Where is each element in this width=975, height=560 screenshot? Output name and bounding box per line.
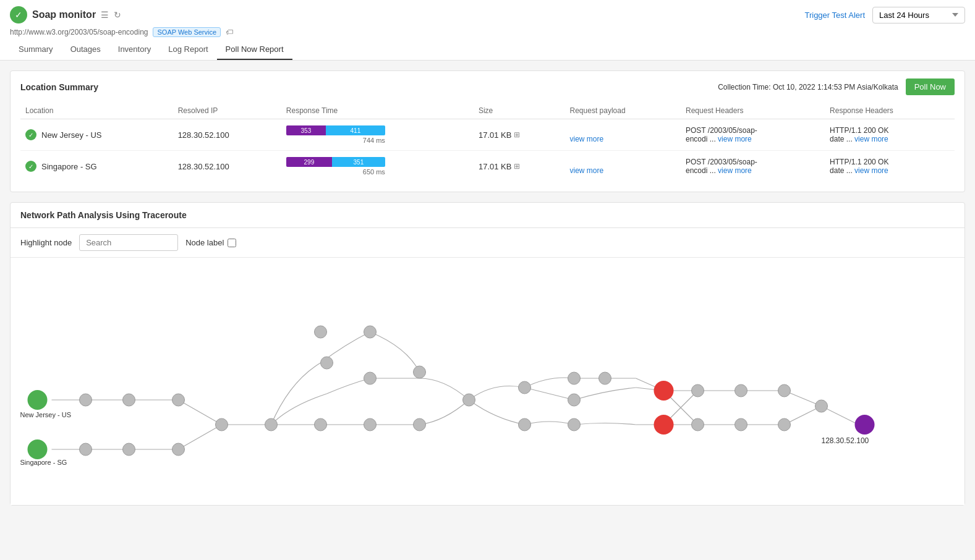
request-headers-cell-0: POST /2003/05/soap-encodi ... view more [681, 119, 825, 151]
node-right-3 [778, 384, 791, 397]
request-headers-view-more-0[interactable]: view more [718, 135, 752, 143]
tab-log-report[interactable]: Log Report [160, 40, 216, 60]
size-icon-1: ⊞ [514, 162, 520, 171]
header-left: ✓ Soap monitor ☰ ↻ [10, 6, 121, 23]
svg-line-7 [179, 425, 222, 449]
node-wave-3 [519, 418, 531, 431]
url-bar: http://www.w3.org/2003/05/soap-encoding … [10, 27, 965, 37]
red-node-2 [654, 415, 674, 435]
node-lower-2 [364, 418, 377, 431]
node-mid-1 [364, 372, 377, 384]
request-payload-cell-1: view more [565, 151, 681, 182]
col-size: Size [474, 103, 565, 119]
node-right-1 [735, 384, 747, 397]
menu-icon[interactable]: ☰ [101, 10, 109, 20]
location-name-1: Singapore - SG [41, 162, 97, 171]
header-icons: ☰ ↻ [101, 10, 121, 20]
nj-label: New Jersey - US [20, 411, 72, 418]
location-cell-1: ✓ Singapore - SG [20, 151, 173, 182]
response-headers-cell-0: HTTP/1.1 200 OKdate ... view more [825, 119, 955, 151]
location-table: Location Resolved IP Response Time Size … [20, 103, 955, 182]
response-time-cell-0: 353 411 744 ms [281, 119, 474, 151]
response-headers-view-more-0[interactable]: view more [854, 135, 888, 143]
node-label-wrap: Node label [185, 238, 236, 247]
col-request-payload: Request payload [565, 103, 681, 119]
response-headers-cell-1: HTTP/1.1 200 OKdate ... view more [825, 151, 955, 182]
tab-poll-now-report[interactable]: Poll Now Report [217, 40, 292, 60]
sg-label: Singapore - SG [20, 459, 67, 466]
nj-source-node [28, 390, 48, 410]
section-header: Location Summary Collection Time: Oct 10… [11, 71, 964, 103]
tag-icon: 🏷 [226, 28, 233, 36]
node-conv-2 [414, 418, 426, 431]
graph-area: New Jersey - US Singapore - SG [11, 258, 964, 505]
tab-summary[interactable]: Summary [10, 40, 62, 60]
tab-inventory[interactable]: Inventory [109, 40, 160, 60]
node-right-2 [735, 418, 747, 431]
network-toolbar: Highlight node Node label [11, 228, 964, 258]
search-input[interactable] [79, 234, 178, 251]
node-pre-red-2 [568, 394, 581, 406]
request-headers-view-more-1[interactable]: view more [718, 166, 752, 175]
content: Location Summary Collection Time: Oct 10… [0, 61, 975, 515]
table-wrap: Location Resolved IP Response Time Size … [11, 103, 964, 192]
location-summary-section: Location Summary Collection Time: Oct 10… [10, 70, 965, 192]
col-resolved-ip: Resolved IP [173, 103, 281, 119]
response-time-value-1: 650 ms [286, 168, 385, 176]
destination-node [855, 415, 875, 435]
request-payload-view-more-0[interactable]: view more [570, 135, 604, 143]
monitor-status-icon: ✓ [10, 6, 27, 23]
node-pre-red-1 [568, 372, 581, 384]
size-value-0: 17.01 KB [479, 130, 512, 140]
col-location: Location [20, 103, 173, 119]
status-icon-1: ✓ [25, 161, 36, 172]
header: ✓ Soap monitor ☰ ↻ Trigger Test Alert La… [0, 0, 975, 61]
network-path-section: Network Path Analysis Using Traceroute H… [10, 202, 965, 506]
node-nj-2 [123, 394, 135, 406]
trigger-test-alert-link[interactable]: Trigger Test Alert [804, 11, 865, 20]
collection-time-value: Oct 10, 2022 1:14:53 PM Asia/Kolkata [773, 83, 898, 91]
size-icon-0: ⊞ [514, 130, 520, 139]
tab-outages[interactable]: Outages [62, 40, 109, 60]
node-sg-1 [80, 443, 92, 456]
size-value-1: 17.01 KB [479, 162, 512, 171]
resolved-ip-cell-1: 128.30.52.100 [173, 151, 281, 182]
network-path-title: Network Path Analysis Using Traceroute [11, 203, 964, 228]
node-merge-dest [815, 400, 828, 412]
response-headers-view-more-1[interactable]: view more [854, 166, 888, 175]
soap-tag[interactable]: SOAP Web Service [153, 27, 221, 37]
node-upper-3 [364, 326, 377, 338]
node-upper-1 [315, 326, 327, 338]
header-right: Trigger Test Alert Last 24 Hours Last 7 … [804, 7, 965, 23]
destination-label: 128.30.52.100 [822, 436, 869, 445]
header-top: ✓ Soap monitor ☰ ↻ Trigger Test Alert La… [10, 6, 965, 23]
node-sg-2 [123, 443, 135, 456]
node-pre-red-3 [568, 418, 581, 431]
request-payload-view-more-1[interactable]: view more [570, 166, 604, 175]
node-post-red-2 [692, 418, 704, 431]
location-name-0: New Jersey - US [41, 130, 102, 140]
node-right-4 [778, 418, 791, 431]
red-node-1 [654, 381, 674, 401]
svg-line-6 [179, 400, 222, 425]
request-headers-cell-1: POST /2003/05/soap-encodi ... view more [681, 151, 825, 182]
poll-now-button[interactable]: Poll Now [906, 78, 955, 95]
node-merge [216, 418, 228, 431]
refresh-icon[interactable]: ↻ [114, 10, 121, 20]
node-pre-red-4 [599, 372, 611, 384]
node-wave-2 [519, 381, 531, 394]
response-time-cell-1: 299 351 650 ms [281, 151, 474, 182]
section-title: Location Summary [20, 82, 98, 92]
sg-source-node [28, 439, 48, 459]
node-label-text: Node label [185, 238, 224, 247]
node-post-red-1 [692, 384, 704, 397]
network-graph: New Jersey - US Singapore - SG [11, 258, 964, 505]
collection-time-label: Collection Time: [718, 83, 770, 91]
response-time-value-0: 744 ms [286, 137, 385, 144]
node-wave-1 [463, 394, 475, 406]
time-range-select[interactable]: Last 24 Hours Last 7 Days Last 30 Days [872, 7, 965, 23]
node-nj-1 [80, 394, 92, 406]
node-label-checkbox[interactable] [228, 239, 236, 247]
monitor-title: Soap monitor [32, 9, 96, 20]
location-cell-0: ✓ New Jersey - US [20, 119, 173, 151]
